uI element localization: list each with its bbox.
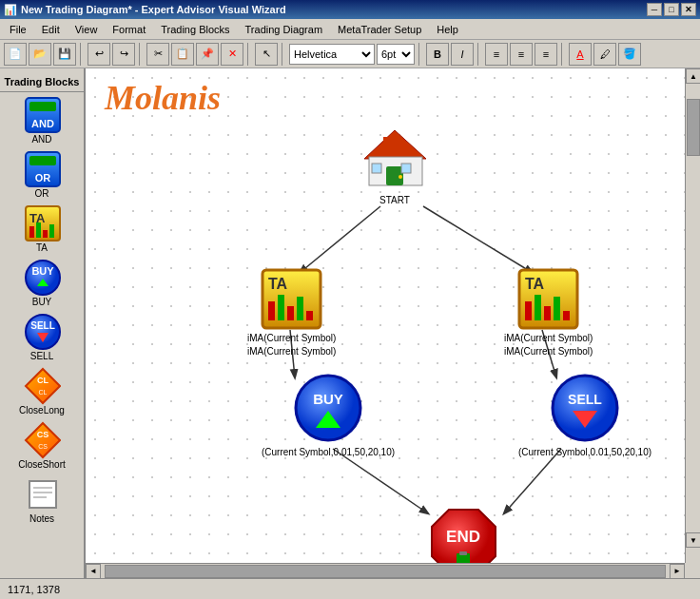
svg-text:TA: TA [268,276,288,292]
undo-button[interactable]: ↩ [88,43,110,66]
node-sell[interactable]: SELL (Current Symbol,0.01,50,20,10) [518,373,651,457]
start-label: START [379,195,410,205]
sidebar-label-closelong: CloseLong [19,405,65,415]
font-color-button[interactable]: A [569,43,592,66]
separator-1 [80,43,84,66]
scrollbar-up-button[interactable]: ▲ [686,68,700,84]
ta2-caption1: iMA(Current Symbol) [504,333,593,343]
sidebar-item-buy[interactable]: BUY BUY [23,259,61,307]
sidebar-label-and: AND [31,134,51,145]
svg-line-32 [333,449,428,513]
sidebar-item-or[interactable]: OR OR [23,150,61,199]
align-left-button[interactable]: ≡ [485,43,508,66]
svg-rect-46 [297,297,303,320]
sidebar-item-and[interactable]: AND AND [23,96,61,145]
node-end[interactable]: END END [428,506,499,563]
svg-rect-47 [306,311,313,320]
scrollbar-vertical[interactable]: ▲ ▼ [685,68,700,563]
highlight-button[interactable]: 🖊 [593,43,616,66]
menu-trading-diagram[interactable]: Trading Diagram [238,19,331,39]
save-button[interactable]: 💾 [53,43,76,66]
window-title: New Trading Diagram* - Expert Advisor Vi… [21,4,286,15]
minimize-button[interactable]: ─ [647,3,662,16]
close-button[interactable]: ✕ [681,3,696,16]
ta2-caption2: iMA(Current Symbol) [504,346,593,357]
menu-trading-blocks[interactable]: Trading Blocks [153,19,237,39]
menu-edit[interactable]: Edit [34,19,68,39]
copy-button[interactable]: 📋 [171,43,194,66]
font-select[interactable]: Helvetica [289,44,375,65]
menu-metatrader-setup[interactable]: MetaTrader Setup [330,19,429,39]
align-center-button[interactable]: ≡ [510,43,533,66]
svg-line-33 [504,449,561,513]
bold-button[interactable]: B [426,43,449,66]
scrollbar-down-button[interactable]: ▼ [686,532,700,548]
pointer-button[interactable]: ↖ [255,43,278,66]
paint-button[interactable]: 🪣 [618,43,641,66]
separator-6 [477,43,481,66]
svg-rect-10 [43,230,48,238]
sidebar-item-notes[interactable]: Notes [23,475,61,524]
scrollbar-horizontal[interactable]: ◄ ► [86,563,685,578]
separator-5 [418,43,422,66]
molanis-logo: Molanis [105,78,221,118]
buy-icon: BUY [23,258,61,298]
paste-button[interactable]: 📌 [196,43,219,66]
sidebar-item-sell[interactable]: SELL SELL [23,313,61,361]
new-button[interactable]: 📄 [4,43,27,66]
sidebar-title: Trading Blocks [0,72,84,92]
svg-rect-53 [554,297,560,320]
svg-text:AND: AND [31,118,54,129]
sidebar-label-closeshort: CloseShort [18,459,65,470]
sidebar-label-ta: TA [36,242,48,253]
svg-text:OR: OR [35,172,51,184]
svg-text:CS: CS [38,443,48,450]
scrollbar-right-button[interactable]: ► [670,564,685,579]
cut-button[interactable]: ✂ [146,43,169,66]
node-buy[interactable]: BUY (Current Symbol,0.01,50,20,10) [262,373,395,457]
menu-format[interactable]: Format [105,19,153,39]
sidebar-label-or: OR [35,188,49,199]
menu-view[interactable]: View [68,19,106,39]
font-size-select[interactable]: 6pt [377,44,415,65]
sidebar-item-closelong[interactable]: CL CL CloseLong [19,367,65,415]
svg-point-38 [399,175,402,179]
svg-point-58 [553,376,617,440]
svg-text:CS: CS [37,430,49,439]
scrollbar-vertical-thumb[interactable] [687,99,700,156]
svg-rect-40 [401,164,411,173]
open-button[interactable]: 📂 [29,43,51,66]
sidebar-item-ta[interactable]: TA TA [23,204,61,253]
ta1-caption1: iMA(Current Symbol) [247,333,336,343]
italic-button[interactable]: I [451,43,474,66]
delete-button[interactable]: ✕ [221,43,243,66]
separator-4 [282,43,285,66]
svg-marker-34 [364,130,426,159]
ta-icon-wrapper: TA [23,204,61,242]
or-icon: OR [23,149,61,189]
align-right-button[interactable]: ≡ [535,43,557,66]
scrollbar-horizontal-thumb[interactable] [105,565,666,578]
redo-button[interactable]: ↪ [112,43,135,66]
main-area: Trading Blocks AND AND [0,68,700,578]
svg-rect-44 [278,295,284,320]
sidebar-label-buy: BUY [32,297,52,307]
node-ta1[interactable]: TA iMA(Current Symbol) iMA(Current Symbo… [247,268,336,357]
svg-rect-24 [29,481,56,508]
canvas-area[interactable]: Molanis S [86,68,685,563]
buy-icon-wrapper: BUY [23,259,61,297]
coordinates-display: 1171, 1378 [8,584,60,595]
node-ta2[interactable]: TA iMA(Current Symbol) iMA(Current Symbo… [504,268,593,357]
sidebar-item-closeshort[interactable]: CS CS CloseShort [18,421,65,470]
svg-text:END: END [446,528,480,546]
separator-7 [561,43,565,66]
ta2-svg: TA [517,268,579,330]
node-start[interactable]: START [357,126,433,205]
svg-rect-39 [372,164,381,173]
scrollbar-left-button[interactable]: ◄ [86,564,101,579]
menu-file[interactable]: File [2,19,34,39]
canvas-wrapper: Molanis S [86,68,700,578]
maximize-button[interactable]: □ [664,3,679,16]
svg-text:CL: CL [39,389,48,396]
menu-help[interactable]: Help [429,19,466,39]
